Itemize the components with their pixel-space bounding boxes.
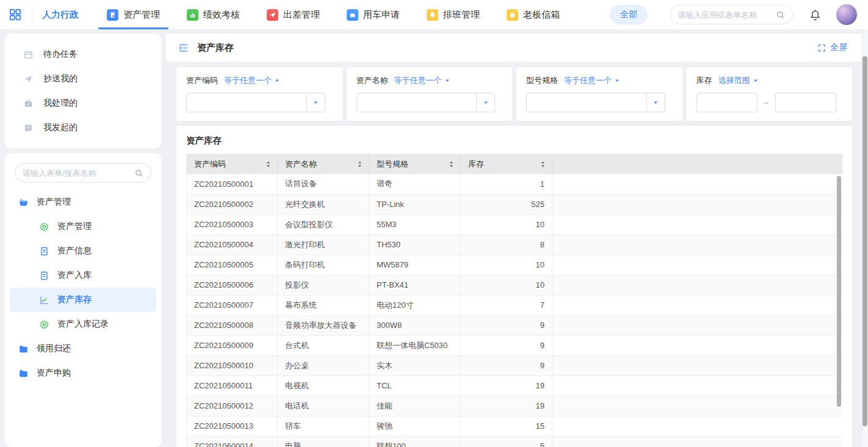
table-row[interactable]: ZC20210500008音频功率放大器设备300W89 — [187, 315, 843, 335]
app-tab-asset-management[interactable]: 资产管理 — [107, 0, 160, 29]
fullscreen-button[interactable]: 全屏 — [817, 42, 847, 53]
cell-model-spec: MW5879 — [369, 255, 461, 275]
app-tab-performance-review[interactable]: 绩效考核 — [187, 0, 240, 29]
cell-empty — [552, 214, 843, 234]
cell-stock: 19 — [461, 396, 552, 416]
main-content: 资产库存 全屏 资产编码等于任意一个资产名称等于任意一个型号规格等于任意一个库存… — [166, 29, 868, 447]
global-search-input[interactable] — [678, 10, 776, 20]
app-tab-boss-mailbox[interactable]: 老板信箱 — [507, 0, 560, 29]
tree-item-asset-management[interactable]: 资产管理 — [10, 214, 156, 239]
app-tab-label: 用车申请 — [363, 9, 400, 21]
tree-item-asset-inbound-records[interactable]: 资产入库记录 — [10, 312, 156, 336]
filter-operator[interactable]: 等于任意一个 — [224, 75, 280, 86]
user-avatar[interactable] — [836, 4, 857, 25]
app-tab-business-trip[interactable]: 出差管理 — [267, 0, 320, 29]
filter-operator[interactable]: 等于任意一个 — [394, 75, 450, 86]
tree-item-label: 资产管理 — [37, 197, 71, 208]
tree-item-asset-info[interactable]: 资产信息 — [10, 239, 156, 263]
table-header-row: 资产编码资产名称型号规格库存 — [187, 154, 843, 174]
form-search-input[interactable] — [23, 169, 134, 178]
tree-item-asset-inbound[interactable]: 资产入库 — [10, 263, 156, 288]
notifications-bell-icon[interactable] — [809, 9, 822, 21]
cell-stock: 19 — [461, 376, 552, 396]
column-header-asset-code[interactable]: 资产编码 — [187, 154, 278, 174]
all-apps-button[interactable]: 全部 — [610, 5, 648, 24]
sidebar-item-label: 我发起的 — [43, 122, 78, 133]
sidebar-item-cc-to-me[interactable]: 抄送我的 — [5, 67, 161, 91]
cell-asset-name: 光纤交换机 — [278, 194, 369, 214]
cell-asset-code: ZC20210500009 — [187, 335, 278, 355]
tree-item-label: 资产入库记录 — [57, 319, 109, 330]
column-header-stock[interactable]: 库存 — [461, 154, 552, 174]
filter-asset-name-input[interactable] — [357, 93, 477, 112]
cell-model-spec: PT-BX41 — [369, 275, 461, 295]
cell-empty — [552, 355, 843, 376]
search-icon[interactable] — [776, 10, 785, 20]
sidebar-item-todo-tasks[interactable]: 待办任务 — [5, 42, 161, 67]
tree-item-asset-management-folder[interactable]: 资产管理 — [10, 190, 156, 214]
filter-asset-code-input[interactable] — [187, 93, 306, 112]
select-caret[interactable] — [476, 93, 494, 112]
table-row[interactable]: ZC20210500001话筒设备谱奇1 — [187, 174, 843, 194]
global-search[interactable] — [670, 5, 793, 24]
app-tab-shift-schedule[interactable]: 排班管理 — [427, 0, 480, 29]
table-row[interactable]: ZC20210500007幕布系统电动120寸7 — [187, 295, 843, 315]
table-row[interactable]: ZC20210500002光纤交换机TP-Link525 — [187, 194, 843, 214]
page-scrollbar-thumb[interactable] — [863, 56, 867, 426]
cell-asset-name: 轿车 — [278, 416, 369, 436]
sidebar-item-handled-by-me[interactable]: 我处理的 — [5, 91, 161, 115]
table-row[interactable]: ZC20210500004激光打印机TH5308 — [187, 234, 843, 255]
filter-asset-name-select[interactable] — [356, 93, 496, 112]
cell-model-spec: 佳能 — [369, 396, 461, 416]
cell-model-spec: 联想100 — [369, 436, 461, 447]
table-row[interactable]: ZC20210500009台式机联想一体电脑C50309 — [187, 335, 843, 355]
menu-panel: 资产管理资产管理资产信息资产入库资产库存资产入库记录领用归还资产申购 — [5, 153, 161, 447]
table-row[interactable]: ZC20210500010办公桌实木9 — [187, 355, 843, 376]
table-row[interactable]: ZC20210500011电视机TCL19 — [187, 376, 843, 396]
sidebar-item-started-by-me[interactable]: 我发起的 — [5, 115, 161, 140]
collapse-sidebar-icon[interactable] — [178, 42, 189, 54]
filter-operator[interactable]: 选择范围 — [718, 75, 759, 86]
task-shortcuts-panel: 待办任务抄送我的我处理的我发起的 — [5, 34, 161, 148]
form-search[interactable] — [15, 163, 151, 183]
app-tab-label: 绩效考核 — [203, 9, 240, 21]
cell-asset-name: 办公桌 — [278, 355, 369, 376]
filter-operator[interactable]: 等于任意一个 — [564, 75, 620, 86]
cell-asset-code: ZC20210500011 — [187, 376, 278, 396]
tree-item-asset-stock[interactable]: 资产库存 — [10, 288, 156, 312]
tree-item-borrow-return[interactable]: 领用归还 — [10, 336, 156, 361]
filter-model-spec-input[interactable] — [527, 93, 646, 112]
table-row[interactable]: ZC20210600014电脑联想1005 — [187, 436, 843, 447]
select-caret[interactable] — [646, 93, 665, 112]
cell-asset-code: ZC20210500006 — [187, 275, 278, 295]
cell-model-spec: TP-Link — [369, 194, 461, 214]
filter-model-spec-select[interactable] — [526, 93, 665, 112]
column-header-asset-name[interactable]: 资产名称 — [278, 154, 369, 174]
table-row[interactable]: ZC20210500005条码打印机MW587910 — [187, 255, 843, 275]
table-scrollbar[interactable] — [837, 176, 841, 407]
filter-asset-code-select[interactable] — [186, 93, 325, 112]
table-row[interactable]: ZC20210500006投影仪PT-BX4110 — [187, 275, 843, 295]
filter-operator-label: 等于任意一个 — [394, 75, 442, 86]
tree-item-label: 资产库存 — [57, 294, 92, 305]
cell-asset-name: 条码打印机 — [278, 255, 369, 275]
table-row[interactable]: ZC20210500003会议型投影仪55M310 — [187, 214, 843, 234]
filter-stock-min-input[interactable] — [696, 93, 758, 112]
app-tab-vehicle-request[interactable]: 用车申请 — [347, 0, 400, 29]
cell-asset-name: 幕布系统 — [278, 295, 369, 315]
table-row[interactable]: ZC20210500012电话机佳能19 — [187, 396, 843, 416]
tree-item-asset-purchase[interactable]: 资产申购 — [10, 361, 156, 385]
cell-empty — [552, 416, 843, 436]
workspace-name[interactable]: 人力行政 — [42, 9, 79, 21]
filter-stock-max-input[interactable] — [775, 93, 836, 112]
select-caret[interactable] — [306, 93, 325, 112]
column-header-model-spec[interactable]: 型号规格 — [369, 154, 461, 174]
compose-icon — [23, 123, 34, 133]
search-icon[interactable] — [134, 169, 143, 178]
cell-model-spec: 实木 — [369, 355, 461, 376]
apps-grid-icon[interactable] — [9, 8, 22, 21]
table-row[interactable]: ZC20210500013轿车骏驰15 — [187, 416, 843, 436]
target-icon — [39, 222, 49, 232]
filter-head: 库存选择范围 — [696, 75, 843, 86]
cell-stock: 9 — [461, 335, 552, 355]
